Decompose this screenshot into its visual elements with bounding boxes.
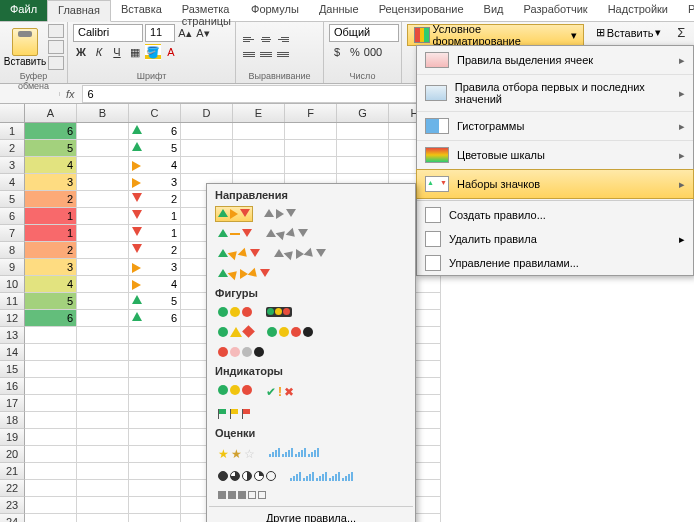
cell[interactable]	[77, 480, 129, 497]
cell[interactable]: 1	[129, 225, 181, 242]
cut-button[interactable]	[48, 24, 64, 38]
cell[interactable]	[77, 361, 129, 378]
iconset-5arrows-gray[interactable]	[271, 246, 329, 262]
cell[interactable]: 3	[129, 259, 181, 276]
cell[interactable]	[25, 344, 77, 361]
cell[interactable]: 5	[25, 140, 77, 157]
iconset-4arrows-colored[interactable]	[215, 246, 263, 262]
insert-cells-button[interactable]: ⊞Вставить▾	[590, 24, 668, 41]
cell[interactable]	[25, 378, 77, 395]
cell[interactable]	[233, 140, 285, 157]
row-header[interactable]: 17	[0, 395, 25, 412]
iconset-3stars[interactable]: ★★☆	[215, 444, 258, 464]
select-all-corner[interactable]	[0, 104, 25, 122]
tab-home[interactable]: Главная	[47, 0, 111, 22]
cell[interactable]: 6	[129, 123, 181, 140]
cell[interactable]	[77, 463, 129, 480]
cell[interactable]: 2	[25, 242, 77, 259]
border-button[interactable]: ▦	[127, 44, 143, 60]
row-header[interactable]: 15	[0, 361, 25, 378]
cell[interactable]	[77, 123, 129, 140]
underline-button[interactable]: Ч	[109, 44, 125, 60]
comma-button[interactable]: 000	[365, 44, 381, 60]
cell[interactable]	[129, 344, 181, 361]
cell[interactable]: 6	[129, 310, 181, 327]
iconset-4trafficlights[interactable]	[264, 324, 316, 340]
row-header[interactable]: 16	[0, 378, 25, 395]
percent-button[interactable]: %	[347, 44, 363, 60]
tab-developer[interactable]: Разработчик	[514, 0, 598, 21]
cell[interactable]	[25, 429, 77, 446]
cell[interactable]: 1	[25, 208, 77, 225]
cell[interactable]: 5	[25, 293, 77, 310]
cell[interactable]	[285, 123, 337, 140]
col-header[interactable]: D	[181, 104, 233, 122]
cell[interactable]	[129, 480, 181, 497]
font-color-button[interactable]: A	[163, 44, 179, 60]
currency-button[interactable]: $	[329, 44, 345, 60]
conditional-formatting-button[interactable]: Условное форматирование ▾	[407, 24, 584, 46]
col-header[interactable]: F	[285, 104, 337, 122]
name-box[interactable]	[0, 92, 60, 96]
cell[interactable]: 6	[25, 123, 77, 140]
format-painter-button[interactable]	[48, 56, 64, 70]
copy-button[interactable]	[48, 40, 64, 54]
col-header[interactable]: A	[25, 104, 77, 122]
cell[interactable]	[337, 123, 389, 140]
cell[interactable]	[77, 157, 129, 174]
cell[interactable]	[77, 276, 129, 293]
cell[interactable]	[129, 395, 181, 412]
row-header[interactable]: 3	[0, 157, 25, 174]
tab-addins[interactable]: Надстройки	[598, 0, 678, 21]
alignment-grid[interactable]	[241, 33, 291, 62]
cell[interactable]: 3	[25, 259, 77, 276]
paste-button[interactable]: Вставить	[5, 28, 45, 67]
cell[interactable]	[181, 157, 233, 174]
row-header[interactable]: 24	[0, 514, 25, 522]
cell[interactable]	[285, 140, 337, 157]
iconset-3trafficlights[interactable]	[215, 304, 255, 320]
cell[interactable]	[181, 140, 233, 157]
cell[interactable]	[337, 140, 389, 157]
cell[interactable]	[77, 395, 129, 412]
cell[interactable]	[77, 497, 129, 514]
row-header[interactable]: 21	[0, 463, 25, 480]
iconset-5quarters[interactable]	[215, 468, 279, 484]
cell[interactable]	[129, 463, 181, 480]
row-header[interactable]: 22	[0, 480, 25, 497]
cell[interactable]: 5	[129, 140, 181, 157]
col-header[interactable]: B	[77, 104, 129, 122]
tab-view[interactable]: Вид	[474, 0, 514, 21]
row-header[interactable]: 11	[0, 293, 25, 310]
iconset-redtoblack[interactable]	[215, 344, 267, 360]
row-header[interactable]: 6	[0, 208, 25, 225]
cell[interactable]: 4	[25, 157, 77, 174]
cf-highlight-rules[interactable]: Правила выделения ячеек▸	[417, 46, 693, 75]
iconset-5arrows-colored[interactable]	[215, 266, 273, 282]
cell[interactable]	[77, 378, 129, 395]
grow-font-button[interactable]: A▴	[177, 25, 193, 41]
cell[interactable]	[77, 327, 129, 344]
tab-file[interactable]: Файл	[0, 0, 47, 21]
cell[interactable]	[181, 123, 233, 140]
fx-label[interactable]: fx	[60, 88, 81, 100]
cell[interactable]	[129, 429, 181, 446]
cf-color-scales[interactable]: Цветовые шкалы▸	[417, 141, 693, 170]
cell[interactable]: 1	[129, 208, 181, 225]
iconset-3arrows-gray[interactable]	[261, 206, 299, 222]
row-header[interactable]: 23	[0, 497, 25, 514]
cell[interactable]	[77, 344, 129, 361]
iconset-3signs[interactable]	[215, 324, 256, 340]
col-header[interactable]: E	[233, 104, 285, 122]
cell[interactable]: 3	[25, 174, 77, 191]
cell[interactable]	[129, 378, 181, 395]
iconset-3arrows-colored[interactable]	[215, 206, 253, 222]
cell[interactable]	[25, 514, 77, 522]
cell[interactable]	[77, 412, 129, 429]
col-header[interactable]: G	[337, 104, 389, 122]
row-header[interactable]: 8	[0, 242, 25, 259]
font-name-select[interactable]: Calibri	[73, 24, 143, 42]
cell[interactable]	[337, 157, 389, 174]
tab-page-layout[interactable]: Разметка страницы	[172, 0, 241, 21]
tab-insert[interactable]: Вставка	[111, 0, 172, 21]
